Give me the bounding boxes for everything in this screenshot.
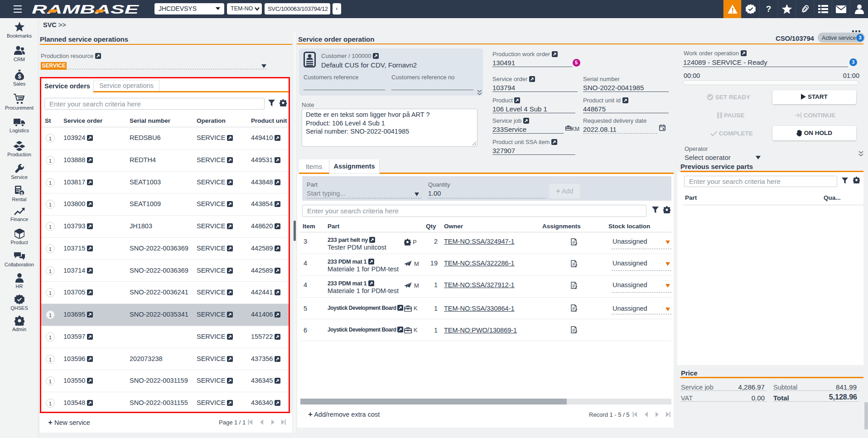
svg-text:$: $	[18, 73, 21, 80]
svg-text:$: $	[20, 191, 23, 196]
svg-text:RAMBASE: RAMBASE	[32, 2, 140, 16]
